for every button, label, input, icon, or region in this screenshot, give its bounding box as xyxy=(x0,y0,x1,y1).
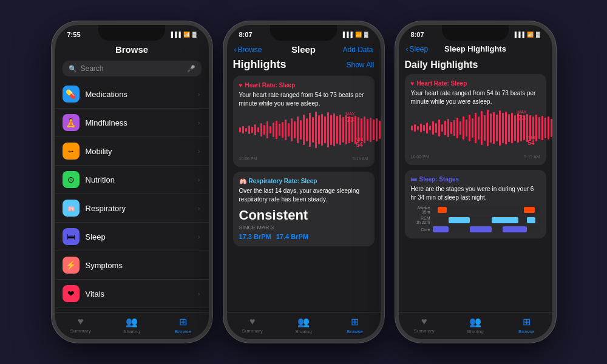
hr-bar xyxy=(499,110,501,146)
resp-card-title: 🫁 Respiratory Rate: Sleep xyxy=(239,178,368,184)
hr-bar xyxy=(370,118,371,142)
nav-bar-sleep: ‹ Browse Sleep Add Data xyxy=(227,42,381,58)
hr-bar xyxy=(306,118,308,141)
hr-bar xyxy=(481,111,483,145)
nav-back-sleep[interactable]: ‹ Browse xyxy=(234,46,262,54)
hr-bar xyxy=(459,121,461,135)
sleep-stages-icon: 🛏 xyxy=(411,176,417,183)
rem-bar-seg2 xyxy=(492,217,518,223)
hr-card-3: ♥ Heart Rate: Sleep Your heart rate rang… xyxy=(405,74,546,165)
hr-time-labels: 10:00 PM 5:13 AM xyxy=(239,157,368,161)
hr-bar xyxy=(342,117,344,143)
hr-bar xyxy=(379,121,381,139)
nav-title-sleep: Sleep xyxy=(291,44,316,55)
add-data-button[interactable]: Add Data xyxy=(342,46,373,54)
vitals-chevron: › xyxy=(198,290,200,297)
hr-bar xyxy=(502,113,504,143)
rem-bar-bg xyxy=(433,217,540,223)
list-item-sleep[interactable]: 🛏 Sleep › xyxy=(55,223,209,251)
summary-tab-label-2: Summary xyxy=(242,328,263,334)
rem-label: REM1h 22m xyxy=(411,216,430,224)
search-placeholder: Search xyxy=(81,64,183,73)
nutrition-label: Nutrition xyxy=(86,175,192,184)
tab-summary-3[interactable]: ♥ Summary xyxy=(399,316,450,334)
list-item-respiratory[interactable]: 🫁 Respiratory › xyxy=(55,194,209,223)
hr-min-indicator-3: MIN 54 xyxy=(527,135,535,146)
tab-sharing-2[interactable]: 👥 Sharing xyxy=(278,316,329,334)
status-bar-2: 8:07 ▐▐▐ 📶 ▓ xyxy=(227,25,381,42)
show-all-button[interactable]: Show All xyxy=(346,61,374,69)
hr-bar xyxy=(417,126,419,130)
nav-back-sleep-detail[interactable]: ‹ Sleep xyxy=(406,45,429,53)
wifi-icon-3: 📶 xyxy=(527,32,534,38)
hr-bars-container xyxy=(239,112,368,148)
hr-bar xyxy=(330,115,332,145)
summary-tab-icon-2: ♥ xyxy=(249,316,256,327)
mic-icon: 🎤 xyxy=(187,65,195,73)
hr-bar xyxy=(282,122,283,138)
tab-summary-2[interactable]: ♥ Summary xyxy=(227,316,278,334)
status-bar-1: 7:55 ▐▐▐ 📶 ▓ xyxy=(55,25,209,42)
hr-bar xyxy=(551,119,552,137)
hr-bar xyxy=(263,125,265,135)
core-label: Core xyxy=(411,228,430,232)
hr-bar xyxy=(245,128,247,132)
hr-bar xyxy=(367,119,368,141)
hr-bar xyxy=(239,127,241,132)
sharing-tab-icon-1: 👥 xyxy=(126,316,138,328)
tab-browse-2[interactable]: ⊞ Browse xyxy=(329,316,380,334)
hr-bar xyxy=(279,124,280,136)
core-row: Core xyxy=(411,226,540,232)
list-item-mindfulness[interactable]: 🧘 Mindfulness › xyxy=(55,109,209,137)
menu-list: 💊 Medications › 🧘 Mindfulness › ↔ Mobili… xyxy=(55,80,209,312)
hr-bar xyxy=(285,120,287,140)
browse-tab-icon-3: ⊞ xyxy=(523,316,531,328)
hr-bar xyxy=(312,117,314,143)
hr-card-desc: Your heart rate ranged from 54 to 73 bea… xyxy=(239,91,368,108)
list-item-symptoms[interactable]: ⚡ Symptoms xyxy=(55,251,209,280)
tab-sharing-3[interactable]: 👥 Sharing xyxy=(450,316,501,334)
status-time-2: 8:07 xyxy=(239,31,253,38)
sleep-stages-card: 🛏 Sleep: Stages Here are the stages you … xyxy=(405,170,546,238)
core-bar-seg3 xyxy=(503,226,527,232)
resp-val1: 17.3 BrPM xyxy=(239,233,271,240)
sharing-tab-label-3: Sharing xyxy=(467,329,484,334)
hr-bar xyxy=(429,126,431,130)
hr-bar xyxy=(420,124,422,132)
list-item-medications[interactable]: 💊 Medications › xyxy=(55,80,209,109)
search-icon: 🔍 xyxy=(69,65,77,73)
status-icons-2: ▐▐▐ 📶 ▓ xyxy=(341,32,368,38)
browse-tab-label-1: Browse xyxy=(175,329,191,334)
hr-bar xyxy=(297,116,299,143)
hr-bar xyxy=(487,110,489,146)
list-item-vitals[interactable]: ❤ Vitals › xyxy=(55,280,209,308)
tab-sharing-1[interactable]: 👥 Sharing xyxy=(106,316,157,334)
sleep-icon: 🛏 xyxy=(63,228,80,245)
hr-bar xyxy=(300,120,302,140)
hr-bar xyxy=(303,115,305,145)
summary-tab-icon-3: ♥ xyxy=(421,316,427,327)
list-item-mobility[interactable]: ↔ Mobility › xyxy=(55,137,209,166)
summary-tab-label-3: Summary xyxy=(414,328,435,334)
hr-bar xyxy=(456,118,458,138)
awake-row: Awake15m xyxy=(411,206,540,214)
tab-browse-1[interactable]: ⊞ Browse xyxy=(157,316,208,334)
hr-bar xyxy=(411,126,413,130)
awake-label: Awake15m xyxy=(411,206,430,214)
hr-bar xyxy=(315,112,317,148)
nav-bar-browse: Browse xyxy=(55,42,209,58)
list-item-nutrition[interactable]: ⊙ Nutrition › xyxy=(55,166,209,194)
hr-bar xyxy=(373,120,375,140)
hr-bar xyxy=(318,115,320,144)
hr-bar xyxy=(466,120,467,136)
tab-browse-3[interactable]: ⊞ Browse xyxy=(501,316,552,334)
hr-bar xyxy=(321,114,323,146)
tab-summary-1[interactable]: ♥ Summary xyxy=(55,316,106,334)
highlights-title: Highlights xyxy=(233,58,287,71)
browse-tab-icon-1: ⊞ xyxy=(179,316,187,328)
browse-tab-label-3: Browse xyxy=(518,329,535,334)
search-bar[interactable]: 🔍 Search 🎤 xyxy=(63,61,202,76)
respiratory-icon: 🫁 xyxy=(63,200,80,217)
wifi-icon-2: 📶 xyxy=(355,32,362,38)
hr-bar xyxy=(324,116,326,143)
